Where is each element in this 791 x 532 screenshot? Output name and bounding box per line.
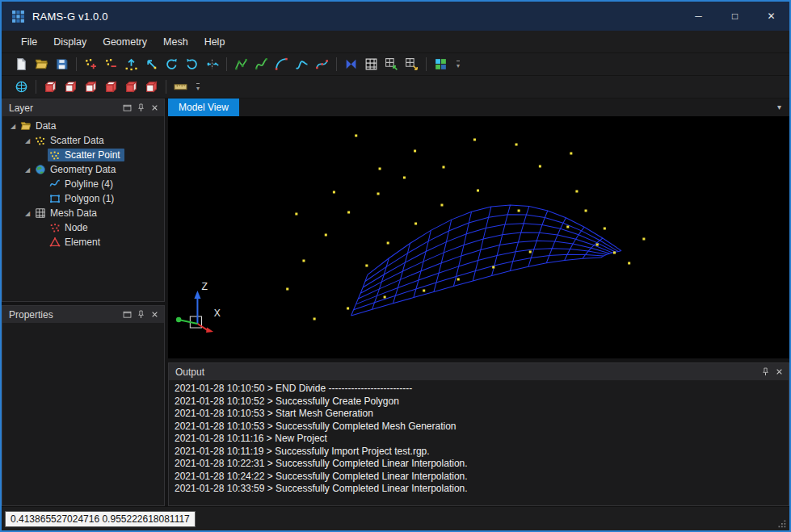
app-window: RAMS-G v1.0.0 ─□✕ FileDisplayGeometryMes… bbox=[0, 0, 791, 532]
log-line: 2021-01-28 10:33:59 > Successfully Compl… bbox=[175, 483, 789, 496]
axis-x-label: X bbox=[214, 308, 221, 319]
interpolation-button[interactable] bbox=[431, 55, 451, 74]
model-scene: Z X bbox=[168, 116, 789, 358]
mesh-import-button[interactable] bbox=[381, 55, 402, 74]
tree-item-element[interactable]: Element bbox=[2, 235, 164, 249]
open-folder-button[interactable] bbox=[32, 55, 52, 74]
mesh-grid-button[interactable] bbox=[361, 55, 381, 74]
maximize-icon bbox=[122, 309, 133, 320]
toolbar-overflow-button[interactable]: ▾ bbox=[196, 83, 200, 91]
tree-item-scatter-point[interactable]: Scatter Point bbox=[2, 148, 164, 162]
mesh-export-icon bbox=[405, 57, 419, 71]
tree-item-node[interactable]: Node bbox=[2, 220, 164, 235]
minimize-button[interactable]: ─ bbox=[680, 2, 717, 31]
layer-panel-title: Layer bbox=[9, 103, 33, 114]
expander-icon[interactable]: ◢ bbox=[7, 123, 19, 130]
tree-item-scatter-data[interactable]: ◢Scatter Data bbox=[2, 133, 164, 148]
properties-pin-button[interactable] bbox=[134, 308, 148, 321]
log-line: 2021-01-28 10:11:16 > New Project bbox=[175, 433, 789, 446]
toolbar-view: ▾ bbox=[2, 76, 789, 98]
save-button[interactable] bbox=[52, 55, 72, 74]
measure-button[interactable] bbox=[170, 77, 191, 97]
mesh-grid-icon bbox=[364, 57, 378, 71]
toolbar-overflow-button[interactable]: ▾ bbox=[457, 61, 460, 69]
cube-front-button[interactable] bbox=[40, 77, 61, 97]
draw-polyline-button[interactable] bbox=[231, 55, 251, 74]
menu-file[interactable]: File bbox=[13, 33, 45, 51]
maximize-button[interactable]: □ bbox=[717, 2, 753, 31]
draw-arc-button[interactable] bbox=[271, 55, 292, 74]
tree-scatter-icon bbox=[49, 149, 61, 161]
cube-bottom-icon bbox=[145, 80, 158, 94]
menu-help[interactable]: Help bbox=[196, 33, 234, 51]
tree-item-polygon-1[interactable]: Polygon (1) bbox=[2, 191, 164, 206]
output-close-button[interactable] bbox=[772, 365, 786, 379]
delete-point-button[interactable] bbox=[101, 55, 121, 74]
menu-display[interactable]: Display bbox=[45, 33, 95, 51]
maximize-icon bbox=[122, 103, 133, 113]
app-logo-icon bbox=[11, 10, 25, 23]
draw-curve-button[interactable] bbox=[292, 55, 312, 74]
grip-icon bbox=[776, 517, 787, 529]
tree-item-label: Node bbox=[65, 222, 88, 233]
move-point-diag-button[interactable] bbox=[141, 55, 162, 74]
close-button[interactable]: ✕ bbox=[753, 2, 789, 31]
menu-mesh[interactable]: Mesh bbox=[155, 33, 196, 51]
new-file-button[interactable] bbox=[11, 55, 32, 74]
pin-icon bbox=[136, 309, 146, 320]
layer-close-button[interactable] bbox=[148, 101, 162, 115]
tree-item-label: Scatter Point bbox=[65, 149, 120, 161]
toolbar-separator bbox=[76, 57, 77, 71]
axis-z-label: Z bbox=[201, 281, 207, 292]
log-line: 2021-01-28 10:10:53 > Start Mesh Generat… bbox=[175, 408, 789, 421]
rotate-cw-button[interactable] bbox=[162, 55, 182, 74]
properties-panel: Properties bbox=[2, 305, 165, 506]
toolbar-separator bbox=[166, 80, 166, 94]
toolbar-main: ▾ bbox=[2, 53, 789, 76]
mesh-export-button[interactable] bbox=[402, 55, 422, 74]
tree-element-icon bbox=[49, 237, 61, 248]
tab-list-chevron-icon[interactable]: ▾ bbox=[777, 103, 781, 111]
cube-bottom-button[interactable] bbox=[141, 77, 162, 97]
view-3d-button[interactable] bbox=[11, 77, 32, 97]
menu-geometry[interactable]: Geometry bbox=[95, 33, 155, 51]
model-view-canvas[interactable]: Z X bbox=[168, 116, 789, 358]
cube-top-button[interactable] bbox=[121, 77, 141, 97]
output-pin-button[interactable] bbox=[759, 365, 772, 379]
properties-maximize-button[interactable] bbox=[120, 308, 134, 321]
layer-maximize-button[interactable] bbox=[120, 101, 134, 115]
draw-spline-button[interactable] bbox=[251, 55, 271, 74]
mesh-generate-button[interactable] bbox=[341, 55, 361, 74]
move-point-up-button[interactable] bbox=[121, 55, 141, 74]
tree-item-geometry-data[interactable]: ◢Geometry Data bbox=[2, 162, 164, 177]
tree-item-data[interactable]: ◢Data bbox=[2, 119, 164, 133]
toolbar-separator bbox=[336, 57, 337, 71]
new-file-icon bbox=[15, 57, 28, 71]
expander-icon[interactable]: ◢ bbox=[22, 137, 33, 145]
rotate-ccw-button[interactable] bbox=[182, 55, 202, 74]
tree-node-icon bbox=[49, 222, 61, 233]
expander-icon[interactable]: ◢ bbox=[22, 210, 33, 217]
tab-model-view[interactable]: Model View bbox=[168, 98, 239, 116]
mirror-points-button[interactable] bbox=[202, 55, 222, 74]
edit-vertices-button[interactable] bbox=[312, 55, 332, 74]
log-line: 2021-01-28 10:10:53 > Successfully Compl… bbox=[175, 421, 789, 434]
coordinates-display: 0.413865527024716 0.955222618081117 bbox=[5, 511, 196, 527]
tree-folder-icon bbox=[20, 120, 32, 132]
layer-pin-button[interactable] bbox=[134, 101, 148, 115]
cube-front-icon bbox=[44, 80, 57, 94]
cube-right-button[interactable] bbox=[101, 77, 121, 97]
tree-item-polyline-4[interactable]: Polyline (4) bbox=[2, 177, 164, 191]
properties-close-button[interactable] bbox=[148, 308, 162, 321]
expander-icon[interactable]: ◢ bbox=[22, 166, 33, 174]
log-line: 2021-01-28 10:10:50 > END Divide -------… bbox=[175, 383, 789, 396]
draw-polyline-icon bbox=[234, 57, 248, 71]
tree-item-mesh-data[interactable]: ◢Mesh Data bbox=[2, 206, 164, 220]
add-point-button[interactable] bbox=[81, 55, 101, 74]
cube-back-button[interactable] bbox=[61, 77, 81, 97]
cube-left-button[interactable] bbox=[81, 77, 101, 97]
resize-grip[interactable] bbox=[776, 517, 787, 529]
tree-geometry-icon bbox=[35, 164, 46, 175]
tree-item-label: Mesh Data bbox=[50, 207, 97, 219]
close-icon bbox=[774, 367, 785, 377]
